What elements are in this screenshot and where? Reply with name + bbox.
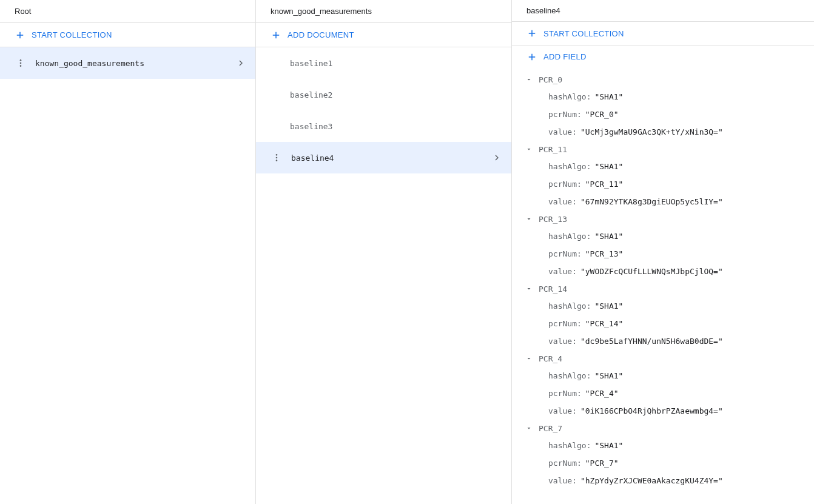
colon: : — [587, 162, 595, 171]
field-key: hashAlgo — [548, 301, 587, 311]
root-title: Root — [15, 7, 31, 16]
colon: : — [587, 441, 595, 450]
field-row[interactable]: hashAlgo:"SHA1" — [512, 297, 814, 315]
field-value: "SHA1" — [594, 232, 623, 241]
field-key: pcrNum — [548, 180, 577, 189]
field-row[interactable]: pcrNum:"PCR_4" — [512, 385, 814, 402]
colon: : — [587, 301, 595, 311]
field-group-name: PCR_11 — [536, 145, 567, 154]
expand-icon — [522, 146, 536, 153]
colon: : — [572, 406, 580, 415]
field-value: "PCR_11" — [585, 180, 624, 189]
field-row[interactable]: hashAlgo:"SHA1" — [512, 158, 814, 175]
field-group-header[interactable]: PCR_11 — [512, 141, 814, 158]
field-group-header[interactable]: PCR_13 — [512, 210, 814, 227]
field-row[interactable]: hashAlgo:"SHA1" — [512, 227, 814, 245]
field-row[interactable]: value:"yWODZFcQCUfLLLWNQsMJbpCjlOQ=" — [512, 263, 814, 280]
field-value: "SHA1" — [594, 92, 623, 101]
svg-point-1 — [20, 62, 22, 64]
start-subcollection-label: START COLLECTION — [543, 29, 624, 38]
field-key: value — [548, 406, 572, 415]
plus-icon — [271, 30, 281, 41]
document-item-label: baseline4 — [291, 153, 334, 163]
collection-column: known_good_measurements ADD DOCUMENT bas… — [256, 0, 512, 504]
add-document-button[interactable]: ADD DOCUMENT — [256, 23, 511, 47]
colon: : — [577, 180, 585, 189]
svg-point-0 — [20, 59, 22, 61]
field-group: PCR_0hashAlgo:"SHA1"pcrNum:"PCR_0"value:… — [512, 71, 814, 141]
more-icon[interactable] — [15, 58, 27, 68]
field-group: PCR_4hashAlgo:"SHA1"pcrNum:"PCR_4"value:… — [512, 350, 814, 420]
field-row[interactable]: value:"0iK166CPbO4RjQhbrPZAaewmbg4=" — [512, 402, 814, 420]
field-row[interactable]: pcrNum:"PCR_11" — [512, 175, 814, 193]
field-value: "0iK166CPbO4RjQhbrPZAaewmbg4=" — [580, 406, 723, 415]
more-icon[interactable] — [271, 153, 283, 163]
field-row[interactable]: value:"67mN92YTKA8g3DgiEUOp5yc5lIY=" — [512, 193, 814, 210]
field-value: "hZpYdyZrXJCWE0aAkaczgKU4Z4Y=" — [580, 476, 723, 485]
field-row[interactable]: pcrNum:"PCR_14" — [512, 315, 814, 332]
field-key: hashAlgo — [548, 162, 587, 171]
field-row[interactable]: value:"dc9be5LafYHNN/unN5H6waB0dDE=" — [512, 332, 814, 350]
field-row[interactable]: value:"UcMj3gwMaU9GAc3QK+tY/xNin3Q=" — [512, 123, 814, 141]
document-item-label: baseline3 — [290, 122, 332, 131]
field-group-header[interactable]: PCR_14 — [512, 280, 814, 297]
field-group-header[interactable]: PCR_0 — [512, 71, 814, 88]
field-key: hashAlgo — [548, 441, 587, 450]
field-value: "PCR_14" — [585, 319, 624, 328]
field-key: hashAlgo — [548, 371, 587, 380]
svg-point-5 — [276, 160, 278, 161]
field-key: pcrNum — [548, 110, 577, 119]
field-group-name: PCR_4 — [536, 354, 562, 363]
field-key: pcrNum — [548, 319, 577, 328]
colon: : — [577, 249, 585, 258]
root-column: Root START COLLECTION known_good_measure… — [0, 0, 256, 504]
collection-item[interactable]: known_good_measurements — [0, 47, 255, 79]
field-key: value — [548, 197, 572, 206]
expand-icon — [522, 425, 536, 432]
field-key: hashAlgo — [548, 232, 587, 241]
collection-header: known_good_measurements — [256, 0, 511, 23]
expand-icon — [522, 285, 536, 292]
expand-icon — [522, 76, 536, 83]
field-value: "PCR_13" — [585, 249, 624, 258]
field-value: "SHA1" — [594, 371, 623, 380]
colon: : — [577, 110, 585, 119]
plus-icon — [526, 52, 537, 62]
add-field-button[interactable]: ADD FIELD — [512, 45, 814, 69]
svg-point-2 — [20, 65, 22, 67]
colon: : — [587, 371, 595, 380]
colon: : — [572, 127, 580, 136]
field-key: hashAlgo — [548, 92, 587, 101]
colon: : — [572, 476, 580, 485]
field-group: PCR_13hashAlgo:"SHA1"pcrNum:"PCR_13"valu… — [512, 210, 814, 280]
field-row[interactable]: hashAlgo:"SHA1" — [512, 437, 814, 454]
field-key: value — [548, 337, 572, 346]
field-value: "UcMj3gwMaU9GAc3QK+tY/xNin3Q=" — [580, 127, 723, 136]
root-header: Root — [0, 0, 255, 23]
colon: : — [577, 459, 585, 468]
start-collection-button[interactable]: START COLLECTION — [0, 23, 255, 47]
field-row[interactable]: hashAlgo:"SHA1" — [512, 88, 814, 106]
svg-point-4 — [276, 157, 278, 159]
field-key: value — [548, 127, 572, 136]
start-subcollection-button[interactable]: START COLLECTION — [512, 22, 814, 45]
field-row[interactable]: pcrNum:"PCR_0" — [512, 106, 814, 123]
colon: : — [572, 197, 580, 206]
document-item[interactable]: baseline1 — [256, 47, 511, 79]
field-row[interactable]: pcrNum:"PCR_13" — [512, 245, 814, 263]
field-group-name: PCR_13 — [536, 215, 567, 224]
expand-icon — [522, 355, 536, 362]
field-row[interactable]: pcrNum:"PCR_7" — [512, 454, 814, 472]
document-item[interactable]: baseline3 — [256, 110, 511, 142]
field-row[interactable]: hashAlgo:"SHA1" — [512, 367, 814, 385]
field-row[interactable]: value:"hZpYdyZrXJCWE0aAkaczgKU4Z4Y=" — [512, 472, 814, 489]
field-value: "SHA1" — [594, 162, 623, 171]
field-group-header[interactable]: PCR_7 — [512, 420, 814, 437]
document-item[interactable]: baseline2 — [256, 79, 511, 110]
colon: : — [572, 337, 580, 346]
colon: : — [577, 319, 585, 328]
document-item[interactable]: baseline4 — [256, 142, 511, 173]
field-group-name: PCR_7 — [536, 424, 562, 433]
field-group-header[interactable]: PCR_4 — [512, 350, 814, 367]
collection-item-label: known_good_measurements — [35, 59, 144, 68]
